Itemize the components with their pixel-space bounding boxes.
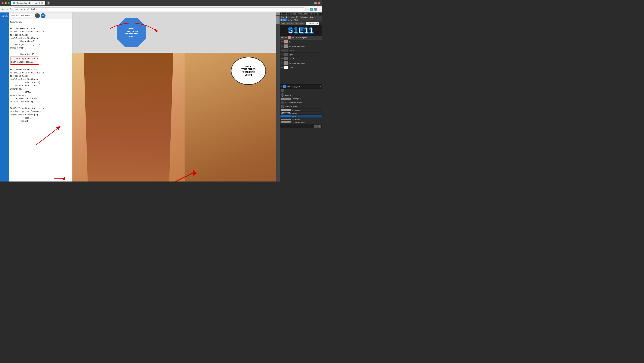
script-line: Shin (square) <box>10 81 70 84</box>
layer-name: DiamondWebtoonLay... <box>288 62 305 64</box>
reload-button[interactable]: ↻ <box>10 8 12 11</box>
scroll-track <box>276 15 280 182</box>
script-line: Et vous venez d'où, <box>10 84 70 88</box>
browser-tab[interactable]: Diamond Webtoon Layout ✕ <box>11 0 45 6</box>
me-and-button[interactable]: me andion turn on <box>0 13 8 18</box>
menu-icon[interactable]: ⋮ <box>318 8 320 11</box>
csp-tab-comictest[interactable]: Comic-test ✕ <box>294 22 306 25</box>
back-button[interactable]: ← <box>2 8 4 11</box>
straight-line-label: Straight line <box>292 118 321 120</box>
lasso-shadow-label: lasso fill mutiply shadow <box>285 102 321 103</box>
pen-tool-icon[interactable]: ✏ <box>284 36 288 39</box>
lasso-eraser-icon <box>281 105 284 108</box>
subtool-item-rect: □ <box>280 89 322 93</box>
menu-edit[interactable]: Edit <box>285 16 290 18</box>
webtoon-canvas: WRAP YOUR DIALOG FROM COMIC SCRIPT <box>72 12 276 182</box>
menu-select[interactable]: Select <box>280 18 287 21</box>
subtool-item-lasso-eraser[interactable]: lasssso fill eraser <box>280 104 322 109</box>
layer-name: Paper <box>288 66 293 68</box>
script-line: And Copy and Paste <box>11 57 38 60</box>
layer-item-layer2[interactable]: 👁 Layer 2 <box>280 52 322 57</box>
tab-close-icon[interactable]: ✕ <box>41 2 43 4</box>
script-line: Dominique? <box>10 88 70 91</box>
side-buttons-panel: me andion turn on Save Te DownloadWebtoo… <box>0 12 9 182</box>
win-min-btn[interactable] <box>5 2 7 4</box>
subtool-tool-icon[interactable]: ⬡ <box>283 85 286 88</box>
layer-visibility-icon[interactable]: 👁 <box>281 66 283 68</box>
speech-bubble-top: WRAP YOUR DIALOG FROM COMIC SCRIPT <box>231 57 266 85</box>
script-line <box>10 50 70 53</box>
character-hair <box>72 53 184 182</box>
layer-item-layer1[interactable]: 👁 Layer 1 <box>280 57 322 61</box>
octagon-text: WRAP YOUR DIALOG FROM COMIC SCRIPT <box>122 26 140 40</box>
tab-favicon <box>13 2 15 4</box>
restore-button[interactable]: ⊡ <box>314 2 317 4</box>
layer-visibility-icon[interactable]: 👁 <box>281 49 283 52</box>
csp-tab-comictest-active[interactable]: Comic-test* 1/1 <box>306 22 319 25</box>
menu-layer[interactable]: Layer <box>309 16 316 18</box>
subtool-item-circle-balloon[interactable]: circle ballon <box>280 109 322 112</box>
subtool-item-lasso-fill[interactable]: ○ Lasso fill <box>280 93 322 97</box>
script-line <box>10 24 70 27</box>
script-line: carefully held Yoo's hand to <box>10 30 70 34</box>
bookmark-icon[interactable]: ☆ <box>307 8 309 11</box>
add-subtool-icon[interactable]: + <box>314 124 318 128</box>
subtool-item-continuous-curve[interactable]: Continuous curve <box>280 121 322 124</box>
layer-item-layer3[interactable]: 👁 Layer 3 <box>280 48 322 52</box>
delete-subtool-icon[interactable]: 🗑 <box>318 124 322 128</box>
win-close-btn[interactable] <box>2 2 4 4</box>
menu-filter[interactable]: Filter <box>293 18 299 21</box>
subtool-edit-icon[interactable]: ✎ <box>320 86 321 88</box>
new-tab-button[interactable]: + <box>46 1 50 5</box>
scroll-thumb[interactable] <box>276 16 280 24</box>
layer-item-haha[interactable]: 👁 Haha.. <box>280 40 322 44</box>
script-line: DIANA <box>10 91 70 94</box>
visibility-icon[interactable]: 👁 <box>281 36 284 39</box>
layer-visibility-icon[interactable]: 👁 <box>281 58 283 60</box>
win-max-btn[interactable] <box>8 2 10 4</box>
font-size-minus-button[interactable]: − <box>35 13 40 18</box>
subtool-panel-menu-icon[interactable]: ≡ <box>281 86 282 88</box>
layer-item-paper[interactable]: 👁 Paper <box>280 65 322 70</box>
layer-visibility-icon[interactable]: 👁 <box>281 45 283 47</box>
layer-visibility-icon[interactable]: 👁 <box>281 41 283 43</box>
layer-icon-small[interactable]: L <box>288 36 291 39</box>
script-text-area[interactable]: Dominique. FULL NO SKEW UP: Shin careful… <box>0 19 72 182</box>
subtool-panel-title: Sub Tool [Figure] <box>286 86 318 88</box>
layer-item-diamondwebtoon2[interactable]: 👁 DiamondWebtoonLay... <box>280 61 322 65</box>
rectangle2-label: Rectangle 2 <box>292 98 321 100</box>
subtool-item-curve[interactable]: Curve <box>280 115 322 118</box>
circle-balloon-preview <box>281 109 291 111</box>
canvas-scrollbar[interactable]: ▲ ▼ <box>276 12 280 182</box>
font-bar: default-CC Wild Words ▼ − + <box>0 12 72 19</box>
menu-file[interactable]: File <box>280 16 285 18</box>
csp-tab-youtubepanel[interactable]: youtu.be panel* <box>280 22 294 25</box>
subtool-item-ellipse[interactable]: Ellipse <box>280 112 322 115</box>
script-line: dancing together faraway - <box>10 110 70 113</box>
layer-item-diamondwebtoon1[interactable]: 👁 DiamondWebtoonLay... <box>280 44 322 48</box>
window-close-button[interactable]: ✕ <box>318 2 320 4</box>
forward-button[interactable]: → <box>6 8 8 11</box>
layer-visibility-icon[interactable]: 👁 <box>281 62 283 64</box>
subtool-item-straight-line[interactable]: Straight line <box>280 118 322 121</box>
url-input[interactable]: mangadrawing123.githu... <box>13 8 306 11</box>
scroll-up-arrow[interactable]: ▲ <box>276 12 280 15</box>
layer-thumb <box>284 49 288 52</box>
font-size-plus-button[interactable]: + <box>41 13 46 18</box>
ellipse-preview <box>281 112 291 114</box>
subtool-panel: ≡ ⬡ Sub Tool [Figure] ✎ □ ○ Lasso fill R… <box>280 84 322 124</box>
menu-animation[interactable]: Animation <box>299 16 309 18</box>
script-line: Each dialog easily <box>11 60 38 64</box>
menu-view[interactable]: View <box>287 18 293 21</box>
font-select-dropdown[interactable]: default-CC Wild Words ▼ <box>10 14 34 17</box>
lasso-fill-label: Lasso fill <box>285 94 321 96</box>
continuous-curve-label: Continuous curve <box>292 122 321 123</box>
profile-icon[interactable]: P <box>314 8 317 11</box>
layer-visibility-icon[interactable]: 👁 <box>281 54 283 56</box>
menu-story[interactable]: Story(P) <box>290 16 299 18</box>
csp-bottom-icons: + 🗑 <box>280 124 322 128</box>
continuous-curve-preview <box>281 121 291 123</box>
subtool-item-lasso-shadow[interactable]: lasso fill mutiply shadow <box>280 100 322 104</box>
curve-label: Curve <box>292 115 321 117</box>
subtool-item-rectangle2[interactable]: Rectangle 2 <box>280 97 322 100</box>
